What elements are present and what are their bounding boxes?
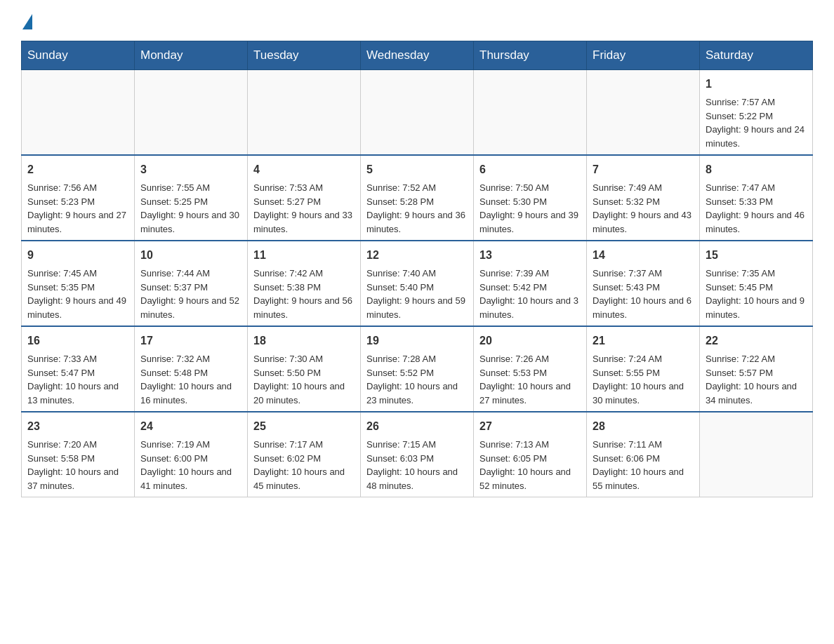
day-number: 5 <box>366 161 468 178</box>
day-info: Sunrise: 7:33 AMSunset: 5:47 PMDaylight:… <box>27 352 128 407</box>
day-number: 9 <box>27 247 128 264</box>
day-of-week-header: Tuesday <box>248 41 361 70</box>
day-of-week-header: Thursday <box>474 41 587 70</box>
calendar-table: SundayMondayTuesdayWednesdayThursdayFrid… <box>21 41 813 497</box>
day-number: 16 <box>27 333 128 349</box>
day-info: Sunrise: 7:37 AMSunset: 5:43 PMDaylight:… <box>593 267 694 321</box>
day-of-week-header: Friday <box>587 41 700 70</box>
calendar-header-row: SundayMondayTuesdayWednesdayThursdayFrid… <box>22 41 813 70</box>
day-number: 26 <box>366 418 468 435</box>
calendar-week-row: 9Sunrise: 7:45 AMSunset: 5:35 PMDaylight… <box>22 241 813 326</box>
calendar-day-cell: 21Sunrise: 7:24 AMSunset: 5:55 PMDayligh… <box>587 326 700 412</box>
day-info: Sunrise: 7:30 AMSunset: 5:50 PMDaylight:… <box>253 352 355 407</box>
day-info: Sunrise: 7:52 AMSunset: 5:28 PMDaylight:… <box>366 181 468 236</box>
page-header <box>21 14 813 27</box>
calendar-day-cell: 8Sunrise: 7:47 AMSunset: 5:33 PMDaylight… <box>700 155 813 241</box>
calendar-day-cell <box>474 70 587 156</box>
calendar-day-cell: 20Sunrise: 7:26 AMSunset: 5:53 PMDayligh… <box>474 326 587 412</box>
day-number: 15 <box>706 247 807 264</box>
day-info: Sunrise: 7:15 AMSunset: 6:03 PMDaylight:… <box>366 438 468 492</box>
day-number: 1 <box>706 76 807 93</box>
calendar-day-cell: 22Sunrise: 7:22 AMSunset: 5:57 PMDayligh… <box>700 326 813 412</box>
day-number: 25 <box>253 418 355 435</box>
calendar-day-cell: 19Sunrise: 7:28 AMSunset: 5:52 PMDayligh… <box>361 326 474 412</box>
day-info: Sunrise: 7:53 AMSunset: 5:27 PMDaylight:… <box>253 181 355 236</box>
calendar-day-cell <box>700 412 813 497</box>
calendar-day-cell: 16Sunrise: 7:33 AMSunset: 5:47 PMDayligh… <box>22 326 135 412</box>
calendar-day-cell: 3Sunrise: 7:55 AMSunset: 5:25 PMDaylight… <box>135 155 248 241</box>
calendar-day-cell: 24Sunrise: 7:19 AMSunset: 6:00 PMDayligh… <box>135 412 248 497</box>
calendar-day-cell: 14Sunrise: 7:37 AMSunset: 5:43 PMDayligh… <box>587 241 700 326</box>
calendar-week-row: 23Sunrise: 7:20 AMSunset: 5:58 PMDayligh… <box>22 412 813 497</box>
calendar-day-cell: 7Sunrise: 7:49 AMSunset: 5:32 PMDaylight… <box>587 155 700 241</box>
day-number: 21 <box>593 333 694 349</box>
calendar-day-cell: 11Sunrise: 7:42 AMSunset: 5:38 PMDayligh… <box>248 241 361 326</box>
day-number: 3 <box>140 161 241 178</box>
calendar-day-cell <box>248 70 361 156</box>
calendar-day-cell: 26Sunrise: 7:15 AMSunset: 6:03 PMDayligh… <box>361 412 474 497</box>
calendar-day-cell: 9Sunrise: 7:45 AMSunset: 5:35 PMDaylight… <box>22 241 135 326</box>
day-number: 28 <box>593 418 694 435</box>
day-info: Sunrise: 7:56 AMSunset: 5:23 PMDaylight:… <box>27 181 128 236</box>
day-number: 11 <box>253 247 355 264</box>
day-number: 7 <box>593 161 694 178</box>
day-info: Sunrise: 7:32 AMSunset: 5:48 PMDaylight:… <box>140 352 241 407</box>
day-info: Sunrise: 7:26 AMSunset: 5:53 PMDaylight:… <box>479 352 581 407</box>
day-number: 23 <box>27 418 128 435</box>
day-number: 12 <box>366 247 468 264</box>
calendar-day-cell: 25Sunrise: 7:17 AMSunset: 6:02 PMDayligh… <box>248 412 361 497</box>
calendar-day-cell: 10Sunrise: 7:44 AMSunset: 5:37 PMDayligh… <box>135 241 248 326</box>
day-info: Sunrise: 7:45 AMSunset: 5:35 PMDaylight:… <box>27 267 128 321</box>
day-of-week-header: Sunday <box>22 41 135 70</box>
day-info: Sunrise: 7:17 AMSunset: 6:02 PMDaylight:… <box>253 438 355 492</box>
calendar-day-cell: 23Sunrise: 7:20 AMSunset: 5:58 PMDayligh… <box>22 412 135 497</box>
day-of-week-header: Wednesday <box>361 41 474 70</box>
day-info: Sunrise: 7:19 AMSunset: 6:00 PMDaylight:… <box>140 438 241 492</box>
logo-arrow-icon <box>22 14 32 29</box>
day-of-week-header: Monday <box>135 41 248 70</box>
day-info: Sunrise: 7:47 AMSunset: 5:33 PMDaylight:… <box>706 181 807 236</box>
calendar-week-row: 1Sunrise: 7:57 AMSunset: 5:22 PMDaylight… <box>22 70 813 156</box>
day-info: Sunrise: 7:40 AMSunset: 5:40 PMDaylight:… <box>366 267 468 321</box>
calendar-day-cell: 2Sunrise: 7:56 AMSunset: 5:23 PMDaylight… <box>22 155 135 241</box>
calendar-day-cell <box>22 70 135 156</box>
day-info: Sunrise: 7:20 AMSunset: 5:58 PMDaylight:… <box>27 438 128 492</box>
calendar-day-cell: 4Sunrise: 7:53 AMSunset: 5:27 PMDaylight… <box>248 155 361 241</box>
day-number: 24 <box>140 418 241 435</box>
day-number: 22 <box>706 333 807 349</box>
day-info: Sunrise: 7:35 AMSunset: 5:45 PMDaylight:… <box>706 267 807 321</box>
day-info: Sunrise: 7:24 AMSunset: 5:55 PMDaylight:… <box>593 352 694 407</box>
day-number: 17 <box>140 333 241 349</box>
calendar-week-row: 2Sunrise: 7:56 AMSunset: 5:23 PMDaylight… <box>22 155 813 241</box>
calendar-day-cell <box>587 70 700 156</box>
day-number: 4 <box>253 161 355 178</box>
calendar-day-cell: 1Sunrise: 7:57 AMSunset: 5:22 PMDaylight… <box>700 70 813 156</box>
day-info: Sunrise: 7:28 AMSunset: 5:52 PMDaylight:… <box>366 352 468 407</box>
logo <box>21 14 32 27</box>
day-info: Sunrise: 7:50 AMSunset: 5:30 PMDaylight:… <box>479 181 581 236</box>
day-info: Sunrise: 7:11 AMSunset: 6:06 PMDaylight:… <box>593 438 694 492</box>
day-info: Sunrise: 7:49 AMSunset: 5:32 PMDaylight:… <box>593 181 694 236</box>
day-info: Sunrise: 7:42 AMSunset: 5:38 PMDaylight:… <box>253 267 355 321</box>
day-of-week-header: Saturday <box>700 41 813 70</box>
calendar-day-cell <box>361 70 474 156</box>
day-info: Sunrise: 7:22 AMSunset: 5:57 PMDaylight:… <box>706 352 807 407</box>
calendar-day-cell: 6Sunrise: 7:50 AMSunset: 5:30 PMDaylight… <box>474 155 587 241</box>
calendar-day-cell: 17Sunrise: 7:32 AMSunset: 5:48 PMDayligh… <box>135 326 248 412</box>
day-info: Sunrise: 7:55 AMSunset: 5:25 PMDaylight:… <box>140 181 241 236</box>
calendar-day-cell: 28Sunrise: 7:11 AMSunset: 6:06 PMDayligh… <box>587 412 700 497</box>
calendar-day-cell <box>135 70 248 156</box>
calendar-day-cell: 5Sunrise: 7:52 AMSunset: 5:28 PMDaylight… <box>361 155 474 241</box>
calendar-week-row: 16Sunrise: 7:33 AMSunset: 5:47 PMDayligh… <box>22 326 813 412</box>
day-info: Sunrise: 7:39 AMSunset: 5:42 PMDaylight:… <box>479 267 581 321</box>
day-number: 13 <box>479 247 581 264</box>
day-number: 19 <box>366 333 468 349</box>
day-number: 2 <box>27 161 128 178</box>
calendar-day-cell: 18Sunrise: 7:30 AMSunset: 5:50 PMDayligh… <box>248 326 361 412</box>
day-info: Sunrise: 7:44 AMSunset: 5:37 PMDaylight:… <box>140 267 241 321</box>
calendar-day-cell: 12Sunrise: 7:40 AMSunset: 5:40 PMDayligh… <box>361 241 474 326</box>
calendar-day-cell: 15Sunrise: 7:35 AMSunset: 5:45 PMDayligh… <box>700 241 813 326</box>
day-info: Sunrise: 7:13 AMSunset: 6:05 PMDaylight:… <box>479 438 581 492</box>
day-number: 6 <box>479 161 581 178</box>
day-number: 20 <box>479 333 581 349</box>
